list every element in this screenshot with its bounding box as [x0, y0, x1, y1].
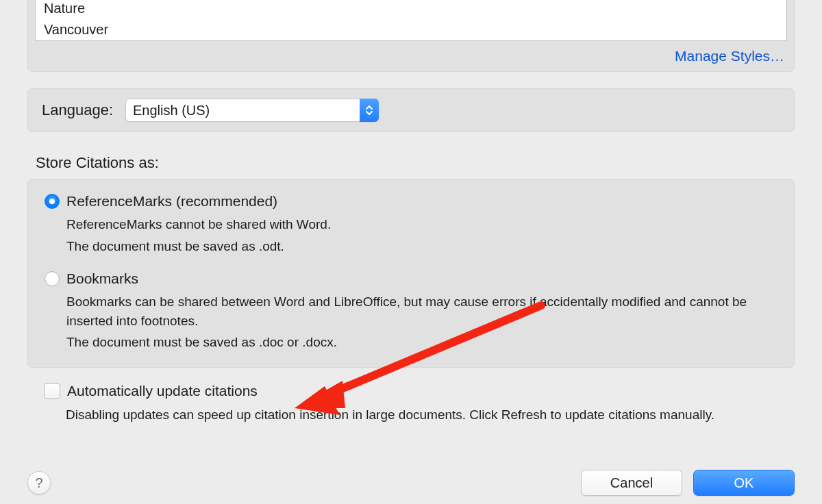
referencemarks-desc-1: ReferenceMarks cannot be shared with Wor… — [66, 215, 777, 234]
help-button[interactable]: ? — [27, 471, 51, 494]
citation-style-item[interactable]: Nature — [36, 0, 786, 19]
auto-update-section: Automatically update citations Disabling… — [44, 383, 795, 423]
dialog-footer: ? Cancel OK — [0, 470, 822, 496]
radio-bookmarks[interactable]: Bookmarks — [45, 270, 777, 287]
language-label: Language: — [42, 101, 113, 119]
language-select-value: English (US) — [125, 99, 379, 122]
citation-style-item[interactable]: Vancouver — [36, 19, 786, 40]
referencemarks-desc-2: The document must be saved as .odt. — [66, 237, 777, 256]
radio-icon — [45, 194, 60, 209]
citation-styles-panel: Nature Vancouver Manage Styles… — [27, 0, 795, 72]
checkbox-icon — [44, 383, 60, 399]
bookmarks-desc-2: The document must be saved as .doc or .d… — [66, 333, 777, 352]
radio-icon — [45, 271, 60, 286]
auto-update-desc: Disabling updates can speed up citation … — [66, 407, 795, 423]
language-select[interactable]: English (US) — [125, 99, 379, 122]
store-citations-title: Store Citations as: — [36, 154, 822, 172]
radio-referencemarks[interactable]: ReferenceMarks (recommended) — [45, 193, 777, 210]
radio-label: Bookmarks — [66, 270, 138, 287]
select-stepper-icon[interactable] — [360, 99, 379, 122]
auto-update-label: Automatically update citations — [67, 383, 258, 399]
bookmarks-desc-1: Bookmarks can be shared between Word and… — [66, 292, 777, 330]
cancel-button[interactable]: Cancel — [581, 470, 682, 496]
citation-style-list[interactable]: Nature Vancouver — [35, 0, 787, 41]
language-panel: Language: English (US) — [27, 88, 795, 132]
manage-styles-link[interactable]: Manage Styles… — [28, 44, 794, 71]
auto-update-checkbox-row[interactable]: Automatically update citations — [44, 383, 795, 399]
store-citations-panel: ReferenceMarks (recommended) ReferenceMa… — [27, 179, 795, 368]
ok-button[interactable]: OK — [693, 470, 795, 496]
radio-label: ReferenceMarks (recommended) — [66, 193, 277, 210]
